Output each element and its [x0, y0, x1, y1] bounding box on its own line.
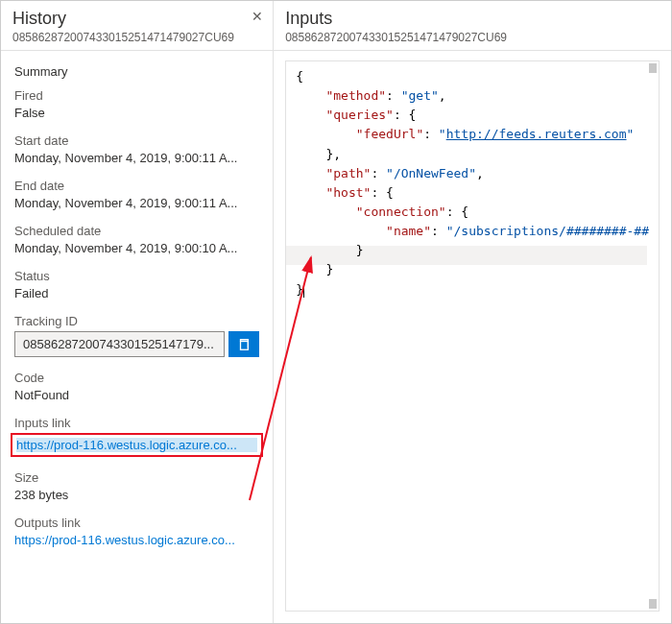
inputs-link-highlight: https://prod-116.westus.logic.azure.co..…	[11, 433, 263, 457]
json-connection-key: connection	[364, 204, 439, 219]
text-caret	[303, 283, 304, 298]
field-fired: Fired False	[14, 88, 259, 120]
field-scheduled-date: Scheduled date Monday, November 4, 2019,…	[14, 224, 259, 255]
inputs-title: Inputs	[285, 9, 660, 29]
end-date-value: Monday, November 4, 2019, 9:00:11 A...	[14, 196, 259, 210]
json-content: { "method": "get", "queries": { "feedUrl…	[296, 67, 649, 300]
scrollbar-thumb-top[interactable]	[649, 63, 657, 73]
outputs-link[interactable]: https://prod-116.westus.logic.azure.co..…	[14, 533, 259, 547]
inputs-header: Inputs 085862872007433015251471479027CU6…	[274, 1, 671, 51]
json-name-val: /subscriptions/########-##	[454, 224, 650, 238]
summary-title: Summary	[14, 64, 259, 79]
field-size: Size 238 bytes	[14, 470, 259, 502]
size-value: 238 bytes	[14, 488, 259, 502]
field-code: Code NotFound	[14, 371, 259, 402]
start-date-label: Start date	[14, 133, 259, 148]
json-path-val: /OnNewFeed	[394, 166, 468, 180]
history-title: History	[12, 9, 261, 29]
json-viewer[interactable]: { "method": "get", "queries": { "feedUrl…	[285, 60, 660, 612]
json-path-key: path	[333, 166, 363, 180]
outputs-link-label: Outputs link	[14, 516, 259, 530]
copy-icon	[237, 338, 251, 351]
scheduled-label: Scheduled date	[14, 224, 259, 238]
code-value: NotFound	[14, 388, 259, 402]
scheduled-value: Monday, November 4, 2019, 9:00:10 A...	[14, 241, 259, 255]
field-outputs-link: Outputs link https://prod-116.westus.log…	[14, 516, 259, 547]
status-label: Status	[14, 269, 259, 283]
field-status: Status Failed	[14, 269, 259, 300]
history-id: 085862872007433015251471479027CU69	[12, 31, 261, 44]
code-label: Code	[14, 371, 259, 385]
fired-value: False	[14, 106, 259, 120]
summary-section: Summary Fired False Start date Monday, N…	[1, 51, 273, 561]
json-feedurl-val[interactable]: http://feeds.reuters.com	[446, 127, 627, 141]
inputs-link-label: Inputs link	[14, 416, 259, 430]
field-start-date: Start date Monday, November 4, 2019, 9:0…	[14, 133, 259, 165]
size-label: Size	[14, 470, 259, 485]
close-icon[interactable]: ✕	[252, 9, 263, 24]
start-date-value: Monday, November 4, 2019, 9:00:11 A...	[14, 151, 259, 165]
history-header: History 085862872007433015251471479027CU…	[1, 1, 273, 51]
json-name-key: name	[394, 224, 423, 238]
scrollbar-thumb-bottom[interactable]	[649, 599, 657, 609]
inputs-panel: Inputs 085862872007433015251471479027CU6…	[274, 1, 671, 623]
json-host-key: host	[333, 185, 363, 200]
field-end-date: End date Monday, November 4, 2019, 9:00:…	[14, 179, 259, 210]
svg-rect-0	[241, 341, 249, 349]
end-date-label: End date	[14, 179, 259, 193]
field-inputs-link: Inputs link https://prod-116.westus.logi…	[14, 416, 259, 457]
status-value: Failed	[14, 286, 259, 300]
history-panel: History 085862872007433015251471479027CU…	[1, 1, 274, 623]
fired-label: Fired	[14, 88, 259, 103]
copy-button[interactable]	[228, 331, 259, 357]
field-tracking-id: Tracking ID 08586287200743301525147179..…	[14, 314, 259, 357]
json-feedurl-key: feedUrl	[364, 127, 417, 141]
inputs-id: 085862872007433015251471479027CU69	[285, 31, 660, 44]
json-queries-key: queries	[333, 108, 386, 122]
tracking-label: Tracking ID	[14, 314, 259, 328]
json-method: get	[409, 88, 431, 103]
tracking-id-input[interactable]: 08586287200743301525147179...	[14, 331, 225, 357]
inputs-link[interactable]: https://prod-116.westus.logic.azure.co..…	[16, 438, 257, 452]
